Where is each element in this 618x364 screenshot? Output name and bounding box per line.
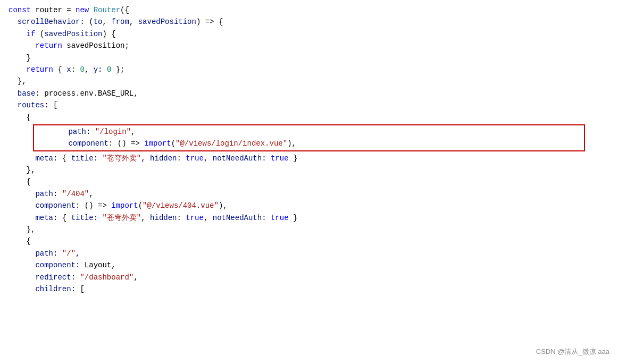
code-token: return [27,64,53,75]
code-token: , [89,188,93,200]
code-token: title [71,212,94,224]
code-token: import [144,138,171,149]
code-line: return { x: 0, y: 0 }; [0,64,618,75]
code-token: = [62,4,76,16]
watermark: CSDN @清从_微凉 aaa [536,346,609,358]
code-token: to [94,16,103,28]
code-token: path [9,248,53,259]
code-token: children [9,283,71,295]
code-token: : [94,212,103,224]
code-token: { [9,176,31,188]
code-token: { [9,112,31,123]
code-token: }, [9,75,27,87]
code-token: : () => [108,138,144,149]
code-token: if [27,28,36,40]
code-token: true [186,212,204,224]
code-line: { [0,235,618,247]
code-token: true [271,212,289,224]
code-line: redirect: "/dashboard", [0,272,618,283]
code-line: { [0,112,618,123]
code-token: component [9,259,76,271]
code-token: : [262,212,271,224]
code-token: hidden [150,212,177,224]
code-token: ) => { [196,16,223,28]
code-token [9,40,35,52]
code-line: }, [0,164,618,176]
code-token: : [ [71,283,85,295]
code-token: hidden [150,153,177,164]
code-token: savedPosition [44,28,102,40]
code-token: : [98,64,107,75]
code-token: title [71,153,94,164]
code-token [9,64,27,75]
code-token: } [9,52,31,64]
code-token: component [41,138,108,149]
code-line: return savedPosition; [0,40,618,52]
code-token: new [76,4,94,16]
code-line: } [0,52,618,64]
code-token: 0 [80,64,84,75]
code-token: "@/views/login/index.vue" [176,138,287,149]
code-token: component [9,200,76,211]
code-token: ({ [120,4,129,16]
code-token: notNeedAuth [213,153,262,164]
code-line: meta: { title: "苍穹外卖", hidden: true, not… [0,153,618,164]
code-token: : [ [44,99,57,111]
code-line: children: [ [0,283,618,295]
code-token: } [289,153,298,164]
code-token: ), [219,200,228,211]
code-token: path [9,188,53,200]
code-token: : [86,126,95,138]
code-token: true [186,153,204,164]
code-token [9,28,27,40]
code-token: Router [94,4,120,16]
code-token: "苍穹外卖" [102,153,141,164]
code-line: path: "/404", [0,188,618,200]
code-token: "/login" [95,126,131,138]
code-token: { [53,64,66,75]
code-content: const router = new Router({ scrollBehavi… [0,4,618,295]
code-token: ( [171,138,176,149]
code-token: "@/views/404.vue" [143,200,219,211]
code-token: , [76,248,80,259]
code-line: component: () => import("@/views/login/i… [34,138,584,149]
code-line: component: Layout, [0,259,618,271]
code-token: : Layout, [76,259,116,271]
code-token: : [71,64,80,75]
code-token: }, [9,164,35,176]
code-line: if (savedPosition) { [0,28,618,40]
code-token: return [35,40,62,52]
code-token: , [133,272,138,283]
code-line: }, [0,75,618,87]
code-token: : [53,188,62,200]
code-token: ), [287,138,296,149]
code-token: true [271,153,289,164]
code-token: meta [9,153,53,164]
code-token: "/dashboard" [80,272,133,283]
code-token: "/404" [62,188,89,200]
code-token: : [177,153,186,164]
code-token: import [111,200,138,211]
code-token: : [94,153,103,164]
code-token: ) { [102,28,115,40]
code-line: base: process.env.BASE_URL, [0,88,618,99]
code-token: , [85,64,94,75]
code-line: path: "/", [0,248,618,259]
code-token: , [129,16,138,28]
code-line: path: "/login", [34,126,584,138]
code-token: meta [9,212,53,224]
code-token: , [141,212,150,224]
code-line: }, [0,224,618,235]
code-token: } [289,212,298,224]
code-token: : process.env.BASE_URL, [35,88,138,99]
code-token: base [9,88,35,99]
code-token: redirect [9,272,71,283]
code-token: y [94,64,98,75]
code-token: : [71,272,80,283]
code-line: scrollBehavior: (to, from, savedPosition… [0,16,618,28]
code-token: : { [53,153,71,164]
highlight-box: path: "/login", component: () => import(… [33,124,585,151]
code-token: ( [35,28,44,40]
code-token: const [9,4,35,16]
code-token: , [141,153,150,164]
